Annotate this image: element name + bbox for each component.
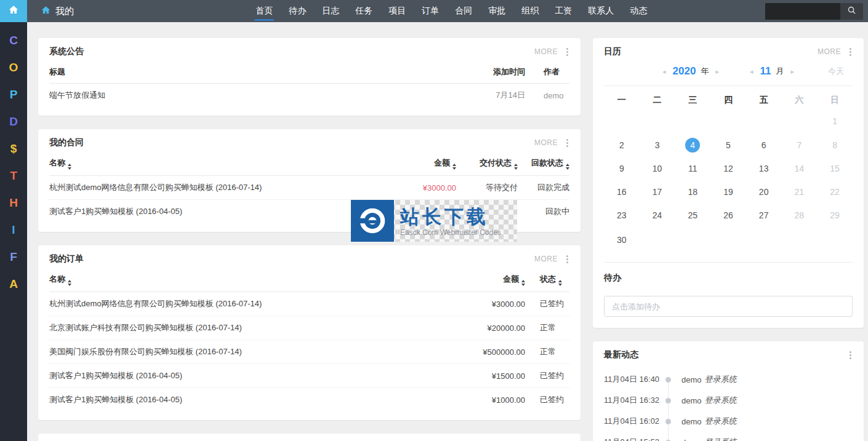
day-cell[interactable]: 6 [746, 133, 782, 157]
activity-action-link[interactable]: 登录系统 [705, 395, 737, 406]
nav-item-project[interactable]: 项目 [380, 0, 414, 22]
sidebar-app-d[interactable]: D [0, 108, 27, 135]
next-year-icon[interactable]: ▸ [713, 68, 721, 76]
nav-item-salary[interactable]: 工资 [547, 0, 580, 22]
day-cell[interactable]: 15 [817, 157, 853, 180]
nav-item-contract[interactable]: 合同 [447, 0, 480, 22]
nav-item-activity[interactable]: 动态 [622, 0, 655, 22]
next-month-icon[interactable]: ▸ [789, 68, 796, 76]
day-cell[interactable]: 27 [746, 204, 782, 227]
sidebar-app-dollar[interactable]: $ [0, 135, 27, 162]
day-cell[interactable] [746, 227, 782, 252]
add-todo-input[interactable] [604, 296, 853, 317]
sidebar-app-f[interactable]: F [0, 244, 27, 271]
nav-item-home[interactable]: 首页 [247, 0, 281, 22]
today-button[interactable]: 今天 [828, 66, 844, 77]
prev-year-icon[interactable]: ◂ [661, 68, 668, 76]
day-cell[interactable]: 8 [817, 133, 853, 157]
day-cell[interactable] [675, 227, 710, 252]
order-name-link[interactable]: 杭州测试demo网络信息有限公司购买蝉知模板 (2016-07-14) [49, 292, 456, 316]
contract-name-link[interactable]: 测试客户1购买蝉知模板 (2016-04-05) [49, 200, 387, 224]
nav-item-order[interactable]: 订单 [414, 0, 447, 22]
order-name-link[interactable]: 北京测试账户科技有限公司购买蝉知模板 (2016-07-14) [49, 316, 456, 340]
col-header-name[interactable]: 名称 [49, 268, 456, 292]
day-cell[interactable] [675, 108, 710, 133]
day-cell[interactable] [710, 108, 746, 133]
kebab-menu-icon[interactable] [565, 138, 569, 148]
nav-item-task[interactable]: 任务 [347, 0, 380, 22]
day-cell-selected[interactable]: 4 [675, 133, 710, 157]
day-cell[interactable] [710, 227, 746, 252]
sidebar-app-t[interactable]: T [0, 162, 27, 189]
day-cell[interactable] [640, 108, 675, 133]
day-cell[interactable] [782, 227, 818, 252]
announcements-more-link[interactable]: MORE [534, 47, 558, 56]
day-cell[interactable]: 30 [604, 227, 640, 252]
nav-item-journal[interactable]: 日志 [314, 0, 347, 22]
day-cell[interactable]: 9 [604, 157, 640, 180]
search-button[interactable] [840, 3, 863, 20]
day-cell[interactable]: 20 [746, 180, 782, 204]
prev-month-icon[interactable]: ◂ [748, 68, 755, 76]
day-cell[interactable]: 19 [710, 180, 746, 204]
day-cell[interactable]: 13 [746, 157, 782, 180]
day-cell[interactable] [746, 108, 782, 133]
day-cell[interactable] [782, 108, 818, 133]
announcement-title-link[interactable]: 端午节放假通知 [49, 84, 451, 108]
sidebar-app-c[interactable]: C [0, 27, 27, 54]
day-cell[interactable] [817, 227, 853, 252]
sidebar-app-i[interactable]: I [0, 217, 27, 244]
sidebar-app-o[interactable]: O [0, 54, 27, 81]
day-cell[interactable] [604, 108, 640, 133]
day-cell[interactable]: 26 [710, 204, 746, 227]
col-header-name[interactable]: 名称 [49, 152, 387, 176]
day-cell[interactable]: 17 [640, 180, 675, 204]
calendar-year[interactable]: 2020 [673, 65, 696, 77]
activity-action-link[interactable]: 登录系统 [705, 437, 737, 441]
col-header-delivery[interactable]: 交付状态 [456, 152, 518, 176]
kebab-menu-icon[interactable] [565, 47, 569, 57]
order-name-link[interactable]: 测试客户1购买蝉知模板 (2016-04-05) [49, 388, 456, 412]
sidebar-app-a[interactable]: A [0, 271, 27, 298]
nav-item-approval[interactable]: 审批 [480, 0, 513, 22]
calendar-month[interactable]: 11 [760, 65, 771, 77]
day-cell[interactable]: 7 [782, 133, 818, 157]
day-cell[interactable]: 24 [640, 204, 675, 227]
calendar-more-link[interactable]: MORE [818, 47, 841, 56]
day-cell[interactable]: 18 [675, 180, 710, 204]
kebab-menu-icon[interactable] [565, 254, 569, 264]
search-input[interactable] [765, 3, 840, 20]
day-cell[interactable]: 5 [710, 133, 746, 157]
day-cell[interactable]: 22 [817, 180, 853, 204]
day-cell[interactable]: 12 [710, 157, 746, 180]
order-name-link[interactable]: 美国阀门娱乐股份有限公司购买蝉知模板 (2016-07-14) [49, 340, 456, 364]
day-cell[interactable]: 1 [817, 108, 853, 133]
day-cell[interactable]: 16 [604, 180, 640, 204]
day-cell[interactable]: 29 [817, 204, 853, 227]
day-cell[interactable]: 10 [640, 157, 675, 180]
nav-item-todo[interactable]: 待办 [281, 0, 314, 22]
nav-item-contacts[interactable]: 联系人 [580, 0, 622, 22]
day-cell[interactable]: 25 [675, 204, 710, 227]
day-cell[interactable]: 2 [604, 133, 640, 157]
col-header-status[interactable]: 状态 [525, 268, 569, 292]
kebab-menu-icon[interactable] [848, 350, 853, 360]
day-cell[interactable]: 11 [675, 157, 710, 180]
col-header-amount[interactable]: 金额 [387, 152, 456, 176]
contract-name-link[interactable]: 杭州测试demo网络信息有限公司购买蝉知模板 (2016-07-14) [49, 176, 387, 200]
sidebar-app-h[interactable]: H [0, 189, 27, 217]
nav-item-organization[interactable]: 组织 [513, 0, 547, 22]
orders-more-link[interactable]: MORE [534, 255, 558, 263]
day-cell[interactable]: 23 [604, 204, 640, 227]
contracts-more-link[interactable]: MORE [534, 138, 558, 147]
col-header-payback[interactable]: 回款状态 [518, 152, 569, 176]
sidebar-app-p[interactable]: P [0, 81, 27, 108]
day-cell[interactable]: 14 [782, 157, 818, 180]
day-cell[interactable] [640, 227, 675, 252]
day-cell[interactable]: 21 [782, 180, 818, 204]
day-cell[interactable]: 28 [782, 204, 818, 227]
order-name-link[interactable]: 测试客户1购买蝉知模板 (2016-04-05) [49, 364, 456, 388]
col-header-amount[interactable]: 金额 [456, 268, 525, 292]
activity-action-link[interactable]: 登录系统 [705, 416, 737, 427]
activity-action-link[interactable]: 登录系统 [705, 374, 737, 385]
